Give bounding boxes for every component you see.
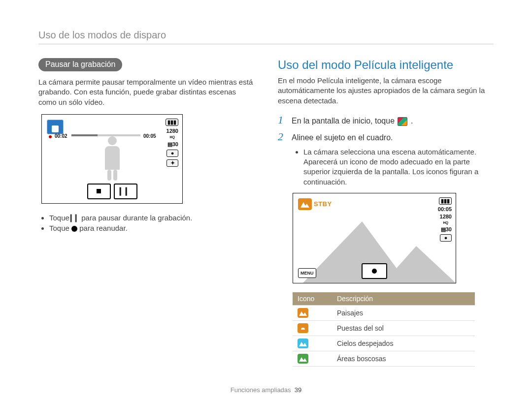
stabilizer-icon: ✦ — [166, 159, 178, 167]
right-title: Uso del modo Película inteligente — [278, 58, 494, 72]
time-label: 00:05 — [438, 207, 452, 212]
table-row: Cielos despejados — [293, 336, 475, 351]
footer-section: Funciones ampliadas — [231, 386, 291, 394]
section-pill: Pausar la grabación — [38, 58, 122, 71]
landscape-icon — [298, 308, 308, 318]
smart-movie-preview-screenshot: STBY ▮▮▮ 00:05 1280HQ ▤30 ● MENU — [293, 193, 456, 283]
fps-label: ▤30 — [167, 142, 178, 147]
table-row: Áreas boscosas — [293, 351, 475, 366]
pause-icon: ▎▎ — [71, 215, 79, 222]
table-cell-desc: Puestas del sol — [332, 320, 475, 336]
step-number: 1 — [278, 114, 287, 126]
step-2: 2 Alinee el sujeto en el cuadro. — [278, 130, 494, 143]
stby-label: STBY — [314, 200, 332, 208]
battery-icon: ▮▮▮ — [439, 197, 452, 205]
scene-icon-table: Icono Descripción Paisajes — [293, 292, 475, 367]
table-row: Puestas del sol — [293, 320, 475, 336]
mic-icon: ● — [166, 150, 178, 157]
table-head-icon: Icono — [293, 292, 332, 306]
table-cell-desc: Cielos despejados — [332, 336, 475, 351]
resolution-label: 1280 HQ — [166, 128, 178, 139]
total-time-label: 00:05 — [143, 133, 156, 139]
table-cell-desc: Áreas boscosas — [332, 351, 475, 366]
table-head-desc: Descripción — [332, 292, 475, 306]
left-column: Pausar la grabación La cámara permite pa… — [38, 58, 254, 367]
movie-mode-icon — [47, 120, 64, 134]
svg-marker-2 — [299, 311, 307, 316]
stop-button[interactable] — [87, 184, 111, 199]
svg-rect-4 — [299, 330, 307, 331]
page-number: 39 — [295, 386, 301, 394]
pause-button[interactable]: ▎▎ — [114, 184, 137, 199]
left-intro: La cámara permite pausar temporalmente u… — [38, 77, 254, 107]
step-1: 1 En la pantalla de inicio, toque . — [278, 114, 494, 126]
menu-button[interactable]: MENU — [298, 268, 316, 278]
bullet-pause: Toque ▎▎ para pausar durante la grabació… — [49, 214, 254, 222]
elapsed-time-label: 00:02 — [55, 133, 67, 139]
smart-movie-home-icon — [398, 117, 407, 126]
svg-marker-5 — [299, 342, 307, 346]
breadcrumb: Uso de los modos de disparo — [38, 30, 494, 44]
recording-preview-screenshot: 00:02 00:05 ▮▮▮ 1280 HQ ▤30 ● ✦ — [41, 114, 183, 204]
svg-marker-6 — [299, 357, 307, 362]
bullet-resume: Toque para reanudar. — [49, 224, 254, 232]
subject-silhouette-icon — [98, 136, 127, 181]
table-row: Paisajes — [293, 305, 475, 320]
clear-sky-icon — [298, 339, 308, 348]
step-sub-bullet: La cámara selecciona una escena automáti… — [303, 147, 494, 187]
right-intro: En el modo Película inteligente, la cáma… — [278, 76, 494, 106]
table-cell-desc: Paisajes — [332, 305, 475, 320]
right-column: Uso del modo Película inteligente En el … — [278, 58, 494, 367]
rec-indicator-icon — [49, 135, 52, 138]
record-button[interactable] — [362, 263, 387, 279]
step-number: 2 — [278, 130, 287, 143]
record-icon — [71, 226, 77, 232]
battery-icon: ▮▮▮ — [166, 119, 178, 126]
landscape-mode-icon — [298, 198, 312, 210]
svg-marker-0 — [300, 202, 309, 208]
sunset-icon — [298, 323, 308, 333]
left-bullets: Toque ▎▎ para pausar durante la grabació… — [38, 214, 254, 232]
page-footer: Funciones ampliadas 39 — [38, 386, 494, 394]
forest-icon — [298, 354, 308, 364]
